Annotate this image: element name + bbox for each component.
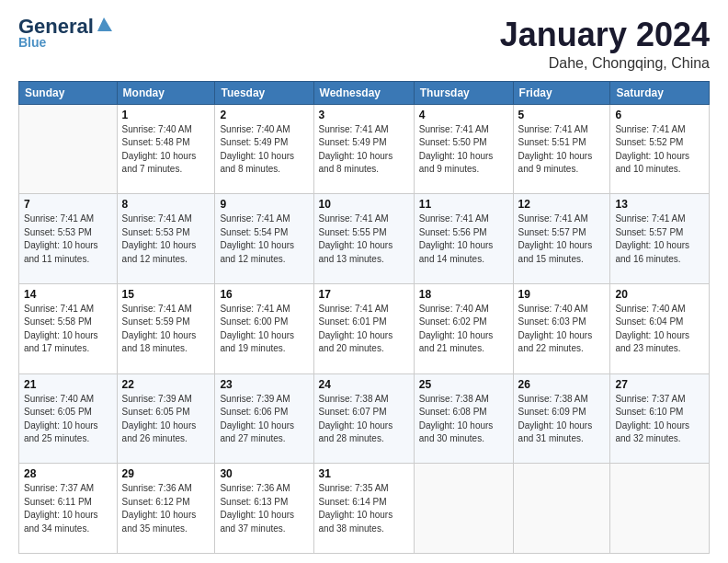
table-row: 26Sunrise: 7:38 AM Sunset: 6:09 PM Dayli… <box>513 373 610 464</box>
day-info: Sunrise: 7:41 AM Sunset: 6:01 PM Dayligh… <box>319 303 409 356</box>
table-row: 4Sunrise: 7:41 AM Sunset: 5:50 PM Daylig… <box>414 104 513 194</box>
col-wednesday: Wednesday <box>313 81 414 104</box>
day-number: 12 <box>518 198 606 211</box>
table-row: 11Sunrise: 7:41 AM Sunset: 5:56 PM Dayli… <box>414 194 513 284</box>
table-row: 17Sunrise: 7:41 AM Sunset: 6:01 PM Dayli… <box>313 283 414 373</box>
table-row: 19Sunrise: 7:40 AM Sunset: 6:03 PM Dayli… <box>513 283 610 373</box>
day-number: 2 <box>220 109 308 121</box>
day-info: Sunrise: 7:41 AM Sunset: 5:57 PM Dayligh… <box>615 213 704 266</box>
day-info: Sunrise: 7:38 AM Sunset: 6:09 PM Dayligh… <box>518 393 606 446</box>
day-info: Sunrise: 7:41 AM Sunset: 5:51 PM Dayligh… <box>518 123 606 177</box>
day-info: Sunrise: 7:41 AM Sunset: 5:59 PM Dayligh… <box>122 303 210 356</box>
day-number: 29 <box>122 467 210 480</box>
day-number: 21 <box>24 378 112 391</box>
table-row: 25Sunrise: 7:38 AM Sunset: 6:08 PM Dayli… <box>414 373 513 464</box>
col-tuesday: Tuesday <box>215 81 313 104</box>
table-row: 31Sunrise: 7:35 AM Sunset: 6:14 PM Dayli… <box>313 464 414 554</box>
day-info: Sunrise: 7:41 AM Sunset: 5:53 PM Dayligh… <box>24 213 112 266</box>
day-info: Sunrise: 7:37 AM Sunset: 6:10 PM Dayligh… <box>615 393 704 446</box>
day-number: 27 <box>615 378 704 391</box>
day-number: 18 <box>419 288 508 301</box>
table-row: 29Sunrise: 7:36 AM Sunset: 6:12 PM Dayli… <box>117 464 215 554</box>
day-number: 25 <box>419 378 508 391</box>
table-row <box>19 104 118 194</box>
calendar-week-row: 7Sunrise: 7:41 AM Sunset: 5:53 PM Daylig… <box>19 194 710 284</box>
day-info: Sunrise: 7:40 AM Sunset: 6:04 PM Dayligh… <box>615 303 704 356</box>
day-number: 14 <box>24 288 112 301</box>
day-number: 6 <box>615 109 704 121</box>
day-info: Sunrise: 7:40 AM Sunset: 6:02 PM Dayligh… <box>419 303 508 356</box>
day-info: Sunrise: 7:36 AM Sunset: 6:12 PM Dayligh… <box>122 482 210 535</box>
day-number: 9 <box>220 198 308 211</box>
day-number: 8 <box>122 198 210 211</box>
svg-marker-0 <box>97 17 112 31</box>
table-row <box>414 464 513 554</box>
table-row: 28Sunrise: 7:37 AM Sunset: 6:11 PM Dayli… <box>19 464 118 554</box>
day-number: 19 <box>518 288 606 301</box>
table-row: 1Sunrise: 7:40 AM Sunset: 5:48 PM Daylig… <box>117 104 215 194</box>
day-number: 5 <box>518 109 606 121</box>
day-info: Sunrise: 7:35 AM Sunset: 6:14 PM Dayligh… <box>319 482 409 535</box>
day-info: Sunrise: 7:40 AM Sunset: 6:03 PM Dayligh… <box>518 303 606 356</box>
day-info: Sunrise: 7:41 AM Sunset: 5:49 PM Dayligh… <box>319 123 409 177</box>
table-row: 7Sunrise: 7:41 AM Sunset: 5:53 PM Daylig… <box>19 194 118 284</box>
day-number: 28 <box>24 467 112 480</box>
table-row: 15Sunrise: 7:41 AM Sunset: 5:59 PM Dayli… <box>117 283 215 373</box>
table-row: 5Sunrise: 7:41 AM Sunset: 5:51 PM Daylig… <box>513 104 610 194</box>
day-info: Sunrise: 7:41 AM Sunset: 5:58 PM Dayligh… <box>24 303 112 356</box>
day-info: Sunrise: 7:41 AM Sunset: 5:56 PM Dayligh… <box>419 213 508 266</box>
table-row: 21Sunrise: 7:40 AM Sunset: 6:05 PM Dayli… <box>19 373 118 464</box>
page: General Blue January 2024 Dahe, Chongqin… <box>0 0 728 563</box>
col-thursday: Thursday <box>414 81 513 104</box>
day-info: Sunrise: 7:38 AM Sunset: 6:08 PM Dayligh… <box>419 393 508 446</box>
table-row: 2Sunrise: 7:40 AM Sunset: 5:49 PM Daylig… <box>215 104 313 194</box>
table-row: 13Sunrise: 7:41 AM Sunset: 5:57 PM Dayli… <box>610 194 710 284</box>
day-number: 15 <box>122 288 210 301</box>
day-number: 16 <box>220 288 308 301</box>
day-number: 30 <box>220 467 308 480</box>
day-info: Sunrise: 7:41 AM Sunset: 5:54 PM Dayligh… <box>220 213 308 266</box>
logo-blue: Blue <box>18 35 46 50</box>
day-info: Sunrise: 7:37 AM Sunset: 6:11 PM Dayligh… <box>24 482 112 535</box>
table-row: 16Sunrise: 7:41 AM Sunset: 6:00 PM Dayli… <box>215 283 313 373</box>
day-info: Sunrise: 7:41 AM Sunset: 6:00 PM Dayligh… <box>220 303 308 356</box>
calendar-table: Sunday Monday Tuesday Wednesday Thursday… <box>18 81 710 554</box>
logo-general: General <box>18 17 94 37</box>
table-row: 22Sunrise: 7:39 AM Sunset: 6:05 PM Dayli… <box>117 373 215 464</box>
table-row: 23Sunrise: 7:39 AM Sunset: 6:06 PM Dayli… <box>215 373 313 464</box>
table-row: 12Sunrise: 7:41 AM Sunset: 5:57 PM Dayli… <box>513 194 610 284</box>
day-info: Sunrise: 7:39 AM Sunset: 6:05 PM Dayligh… <box>122 393 210 446</box>
calendar-header-row: Sunday Monday Tuesday Wednesday Thursday… <box>19 81 710 104</box>
table-row: 10Sunrise: 7:41 AM Sunset: 5:55 PM Dayli… <box>313 194 414 284</box>
day-info: Sunrise: 7:41 AM Sunset: 5:57 PM Dayligh… <box>518 213 606 266</box>
table-row: 24Sunrise: 7:38 AM Sunset: 6:07 PM Dayli… <box>313 373 414 464</box>
day-number: 17 <box>319 288 409 301</box>
day-number: 3 <box>319 109 409 121</box>
table-row: 8Sunrise: 7:41 AM Sunset: 5:53 PM Daylig… <box>117 194 215 284</box>
day-number: 24 <box>319 378 409 391</box>
table-row <box>513 464 610 554</box>
header: General Blue January 2024 Dahe, Chongqin… <box>18 17 710 72</box>
day-number: 10 <box>319 198 409 211</box>
table-row: 27Sunrise: 7:37 AM Sunset: 6:10 PM Dayli… <box>610 373 710 464</box>
col-saturday: Saturday <box>610 81 710 104</box>
day-info: Sunrise: 7:36 AM Sunset: 6:13 PM Dayligh… <box>220 482 308 535</box>
day-info: Sunrise: 7:41 AM Sunset: 5:50 PM Dayligh… <box>419 123 508 177</box>
logo-icon <box>96 17 112 31</box>
month-title: January 2024 <box>500 17 710 53</box>
day-info: Sunrise: 7:40 AM Sunset: 6:05 PM Dayligh… <box>24 393 112 446</box>
col-sunday: Sunday <box>19 81 118 104</box>
table-row: 20Sunrise: 7:40 AM Sunset: 6:04 PM Dayli… <box>610 283 710 373</box>
location-title: Dahe, Chongqing, China <box>500 55 710 72</box>
day-number: 7 <box>24 198 112 211</box>
col-friday: Friday <box>513 81 610 104</box>
day-number: 13 <box>615 198 704 211</box>
day-number: 20 <box>615 288 704 301</box>
day-info: Sunrise: 7:38 AM Sunset: 6:07 PM Dayligh… <box>319 393 409 446</box>
table-row: 18Sunrise: 7:40 AM Sunset: 6:02 PM Dayli… <box>414 283 513 373</box>
day-number: 4 <box>419 109 508 121</box>
title-block: January 2024 Dahe, Chongqing, China <box>500 17 710 72</box>
calendar-week-row: 14Sunrise: 7:41 AM Sunset: 5:58 PM Dayli… <box>19 283 710 373</box>
table-row: 9Sunrise: 7:41 AM Sunset: 5:54 PM Daylig… <box>215 194 313 284</box>
day-info: Sunrise: 7:40 AM Sunset: 5:48 PM Dayligh… <box>122 123 210 177</box>
